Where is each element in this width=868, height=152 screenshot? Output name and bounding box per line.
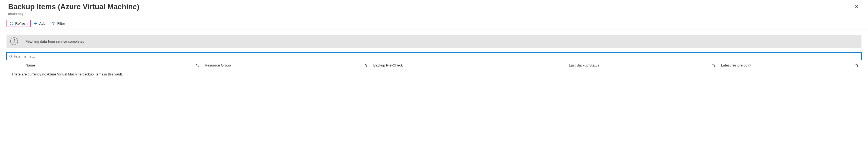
col-header-name[interactable]: Name (6, 63, 202, 67)
col-header-last-status[interactable]: Last Backup Status (566, 63, 718, 67)
filter-input[interactable] (14, 54, 859, 59)
filter-box[interactable] (6, 53, 862, 60)
col-label-last-status: Last Backup Status (569, 63, 599, 67)
sort-icon (196, 64, 199, 67)
title-row: Backup Items (Azure Virtual Machine) ··· (8, 3, 860, 11)
toolbar: Refresh Add Filter (0, 16, 868, 30)
sort-icon (712, 64, 716, 67)
search-icon (9, 54, 13, 59)
funnel-icon (52, 22, 56, 26)
col-header-pre-check[interactable]: Backup Pre-Check (371, 63, 566, 67)
sort-icon (364, 64, 368, 67)
info-message: Fetching data from service completed. (26, 39, 85, 43)
add-button[interactable]: Add (31, 20, 49, 27)
col-label-resource-group: Resource Group (205, 63, 231, 67)
filter-label: Filter (57, 22, 65, 26)
svg-line-5 (11, 57, 12, 58)
info-bar: i Fetching data from service completed. (6, 35, 862, 48)
refresh-button[interactable]: Refresh (6, 20, 31, 27)
col-label-latest-restore: Latest restore point (721, 63, 751, 67)
col-label-pre-check: Backup Pre-Check (373, 63, 403, 67)
sort-icon (855, 64, 859, 67)
close-button[interactable] (853, 3, 860, 10)
backup-items-blade: Backup Items (Azure Virtual Machine) ···… (0, 0, 868, 152)
column-headers: Name Resource Group Backup Pre-Check Las… (6, 63, 862, 71)
col-header-resource-group[interactable]: Resource Group (202, 63, 371, 67)
filter-button[interactable]: Filter (49, 20, 68, 27)
close-icon (855, 4, 859, 9)
refresh-label: Refresh (15, 22, 28, 26)
page-title: Backup Items (Azure Virtual Machine) (8, 3, 140, 11)
empty-message: There are currently no Azure Virtual Mac… (11, 72, 123, 76)
empty-state-row: There are currently no Azure Virtual Mac… (6, 72, 862, 79)
more-button[interactable]: ··· (145, 3, 154, 10)
col-header-latest-restore[interactable]: Latest restore point (718, 63, 862, 67)
col-label-name: Name (26, 63, 35, 67)
refresh-icon (9, 22, 13, 26)
page-subtitle: afsbackup (8, 12, 860, 16)
blade-header: Backup Items (Azure Virtual Machine) ···… (0, 0, 868, 16)
plus-icon (34, 22, 38, 26)
add-label: Add (39, 22, 45, 26)
filter-row (6, 53, 862, 60)
info-icon: i (10, 37, 18, 45)
